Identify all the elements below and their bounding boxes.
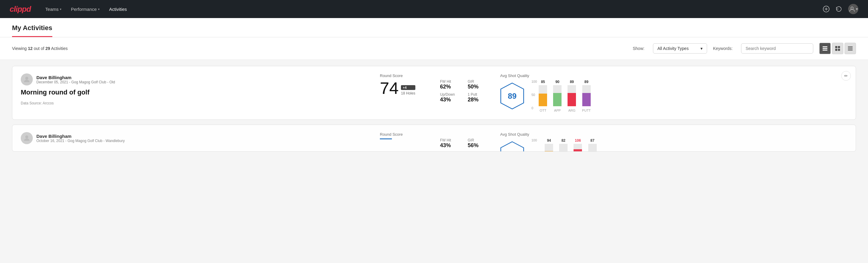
stat-up-down: Up/Down 43% (440, 92, 461, 103)
bars-container: 85 OTT 90 APP (539, 80, 591, 112)
chart-yaxis: 100 50 0 (531, 80, 537, 110)
add-button[interactable] (823, 6, 830, 12)
svg-rect-11 (848, 46, 852, 47)
bar-chart-2: 100500 94 OTT 82 (531, 139, 597, 152)
bar-app: 90 APP (553, 80, 561, 112)
card-left: Dave Billingham October 16, 2021 - Gog M… (21, 132, 368, 147)
show-label: Show: (633, 46, 645, 51)
svg-point-3 (851, 7, 853, 9)
stats-section: FW Hit 62% GIR 50% Up/Down 43% 1 Putt 28… (440, 74, 488, 103)
score-number: 74 (380, 80, 399, 96)
viewing-text: Viewing 12 out of 29 Activities (12, 46, 68, 51)
keywords-label: Keywords: (713, 46, 733, 51)
stat-gir: GIR 56% (468, 138, 488, 149)
edit-button[interactable]: ✏ (841, 71, 851, 81)
nav-icons: ▾ (823, 4, 858, 14)
score-display: 74 +4 18 Holes (380, 80, 428, 96)
svg-rect-10 (838, 49, 840, 51)
filters-bar: Viewing 12 out of 29 Activities Show: Al… (0, 37, 868, 60)
refresh-button[interactable] (836, 6, 842, 12)
logo: clippd (10, 4, 31, 14)
navbar: clippd Teams ▾ Performance ▾ Activities (0, 0, 868, 18)
quality-hexagon: — (500, 141, 524, 152)
stat-fw-hit: FW Hit 43% (440, 138, 461, 149)
score-badge: +4 (401, 85, 415, 90)
svg-rect-6 (823, 50, 828, 51)
page-header: My Activities (0, 18, 868, 37)
avatar (21, 132, 33, 144)
svg-rect-13 (848, 49, 852, 49)
activities-list: ✏ Dave Billingham December 05, 2021 - Go… (0, 60, 868, 158)
bar-putt: 87 PUTT (588, 139, 597, 152)
bar-ott: 85 OTT (539, 80, 547, 112)
quality-hexagon: 89 (500, 83, 524, 110)
search-input[interactable] (741, 43, 813, 54)
performance-chevron-icon: ▾ (98, 7, 99, 11)
holes-text: 18 Holes (401, 91, 415, 95)
stats-section: FW Hit 43% GIR 56% (440, 132, 488, 149)
quality-section: Avg Shot Quality 89 100 50 (500, 74, 847, 112)
svg-rect-14 (848, 50, 852, 51)
stat-fw-hit: FW Hit 62% (440, 80, 461, 90)
player-date: December 05, 2021 - Gog Magog Golf Club … (36, 80, 115, 84)
svg-point-15 (25, 77, 28, 80)
page-title: My Activities (12, 24, 52, 37)
player-info: Dave Billingham October 16, 2021 - Gog M… (21, 132, 368, 144)
svg-marker-18 (501, 142, 524, 152)
svg-rect-9 (835, 49, 837, 51)
bar-arg: 89 ARG (567, 80, 576, 112)
stat-one-putt: 1 Putt 28% (468, 92, 488, 103)
player-info: Dave Billingham December 05, 2021 - Gog … (21, 74, 368, 85)
bar-ott: 94 OTT (545, 139, 553, 152)
svg-rect-4 (823, 46, 828, 47)
activity-type-dropdown[interactable]: All Activity Types ▾ (653, 43, 707, 54)
svg-rect-7 (835, 46, 837, 48)
grid-view-button[interactable] (832, 43, 843, 54)
nav-teams[interactable]: Teams ▾ (45, 7, 61, 12)
list-view-button[interactable] (819, 43, 831, 54)
stat-gir: GIR 50% (468, 80, 488, 90)
round-score-label: Round Score (380, 74, 428, 78)
teams-chevron-icon: ▾ (60, 7, 61, 11)
compact-view-button[interactable] (844, 43, 856, 54)
profile-avatar[interactable]: ▾ (848, 4, 858, 14)
round-score-section: Round Score 74 +4 18 Holes (380, 74, 428, 96)
bar-app: 82 APP (559, 139, 567, 152)
svg-rect-12 (848, 48, 852, 48)
card-left: Dave Billingham December 05, 2021 - Gog … (21, 74, 368, 105)
player-date: October 16, 2021 - Gog Magog Golf Club -… (36, 139, 125, 143)
activity-card: ✏ Dave Billingham December 05, 2021 - Go… (12, 66, 856, 120)
bar-chart: 100 50 0 85 OTT (531, 80, 591, 112)
data-source: Data Source: Arccos (21, 101, 368, 105)
dropdown-chevron-icon: ▾ (701, 46, 703, 51)
player-name: Dave Billingham (36, 75, 115, 80)
nav-activities[interactable]: Activities (109, 7, 127, 12)
activity-title: Morning round of golf (21, 88, 368, 96)
nav-performance[interactable]: Performance ▾ (71, 7, 99, 12)
activity-card: Dave Billingham October 16, 2021 - Gog M… (12, 124, 856, 152)
svg-rect-5 (823, 48, 828, 49)
svg-rect-8 (838, 46, 840, 48)
avatar (21, 74, 33, 85)
stats-grid: FW Hit 62% GIR 50% Up/Down 43% 1 Putt 28… (440, 80, 488, 103)
bar-arg: 106 ARG (574, 139, 582, 152)
score-badge-holes: +4 18 Holes (401, 85, 415, 95)
round-score-section: Round Score (380, 132, 428, 139)
svg-point-17 (25, 136, 28, 139)
view-toggles (819, 43, 856, 54)
player-name: Dave Billingham (36, 134, 125, 139)
bar-putt: 89 PUTT (582, 80, 591, 112)
quality-section: Avg Shot Quality — 100500 (500, 132, 847, 152)
